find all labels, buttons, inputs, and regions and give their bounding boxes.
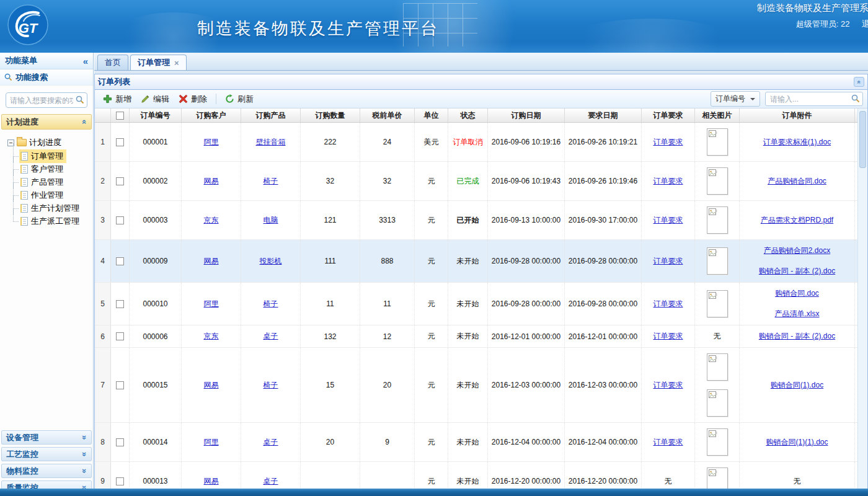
- tree-node[interactable]: 生产派工管理: [19, 215, 82, 228]
- product-link[interactable]: 椅子: [264, 299, 278, 309]
- tree-node[interactable]: 生产计划管理: [19, 202, 82, 215]
- accordion-plan-progress[interactable]: 计划进度 «: [1, 114, 92, 130]
- product-link[interactable]: 壁挂音箱: [256, 137, 286, 148]
- customer-link[interactable]: 京东: [204, 215, 219, 226]
- column-header[interactable]: 订单编号: [130, 108, 182, 122]
- customer-link[interactable]: 阿里: [204, 437, 219, 448]
- row-checkbox[interactable]: [116, 300, 124, 308]
- select-all-header-cell[interactable]: [111, 108, 130, 122]
- column-header[interactable]: 单位: [415, 108, 448, 122]
- attachment-link[interactable]: 购销合同 - 副本 (2).doc: [759, 331, 835, 342]
- column-header[interactable]: 订购客户: [182, 108, 241, 122]
- tree-node[interactable]: 作业管理: [19, 188, 66, 202]
- tab-订单管理[interactable]: 订单管理×: [130, 55, 187, 70]
- add-button[interactable]: 新增: [99, 92, 135, 107]
- customer-link[interactable]: 阿里: [204, 299, 219, 309]
- column-header[interactable]: 税前单价: [360, 108, 415, 122]
- attachment-link[interactable]: 购销合同 - 副本 (2).doc: [759, 266, 835, 277]
- customer-link[interactable]: 网易: [204, 476, 219, 487]
- search-field-dropdown[interactable]: 订单编号: [711, 91, 760, 107]
- order-requirement-link[interactable]: 订单要求: [653, 331, 683, 342]
- customer-link[interactable]: 京东: [204, 331, 219, 342]
- order-requirement-link[interactable]: 订单要求: [653, 176, 683, 187]
- panel-collapse-button[interactable]: «: [854, 77, 864, 87]
- refresh-button[interactable]: 刷新: [221, 92, 257, 107]
- logout-link[interactable]: 退出: [862, 19, 868, 29]
- row-checkbox[interactable]: [116, 477, 124, 485]
- image-thumbnail[interactable]: [707, 389, 728, 417]
- row-checkbox[interactable]: [116, 177, 124, 185]
- tab-close-icon[interactable]: ×: [174, 59, 179, 67]
- order-requirement-link[interactable]: 订单要求: [653, 137, 683, 148]
- product-link[interactable]: 电脑: [264, 215, 278, 226]
- product-link[interactable]: 投影机: [260, 256, 282, 267]
- accordion-工艺监控[interactable]: 工艺监控»: [1, 447, 92, 461]
- image-thumbnail[interactable]: [707, 206, 728, 234]
- row-checkbox[interactable]: [116, 332, 124, 340]
- search-icon[interactable]: [851, 94, 860, 103]
- order-requirement-link[interactable]: 订单要求: [653, 437, 683, 448]
- tree-node[interactable]: 产品管理: [19, 175, 66, 189]
- image-thumbnail[interactable]: [707, 247, 728, 275]
- column-header[interactable]: 订单附件: [740, 108, 855, 122]
- chevrons-up-icon[interactable]: «: [80, 120, 89, 124]
- cell-qty: 32: [301, 162, 360, 200]
- order-search-input[interactable]: [765, 92, 863, 106]
- accordion-物料监控[interactable]: 物料监控»: [1, 464, 92, 478]
- search-icon[interactable]: [76, 95, 84, 104]
- order-requirement-link[interactable]: 订单要求: [653, 215, 683, 226]
- image-thumbnail[interactable]: [707, 353, 728, 381]
- attachment-link[interactable]: 购销合同.doc: [775, 288, 819, 299]
- tree-root-label[interactable]: 计划进度: [29, 137, 61, 148]
- menu-tree: 计划进度 订单管理客户管理产品管理作业管理生产计划管理生产派工管理: [0, 130, 93, 228]
- select-all-checkbox[interactable]: [116, 112, 124, 120]
- row-checkbox[interactable]: [116, 138, 124, 146]
- column-header[interactable]: 状态: [448, 108, 488, 122]
- row-checkbox[interactable]: [116, 257, 124, 265]
- image-thumbnail[interactable]: [707, 167, 728, 195]
- column-header[interactable]: 相关图片: [695, 108, 740, 122]
- image-thumbnail[interactable]: [707, 128, 728, 156]
- scrollbar-thumb[interactable]: [859, 111, 866, 168]
- tree-node[interactable]: 订单管理: [19, 149, 66, 163]
- customer-link[interactable]: 网易: [204, 256, 219, 267]
- row-checkbox[interactable]: [116, 381, 124, 389]
- image-thumbnail[interactable]: [707, 428, 728, 456]
- product-link[interactable]: 桌子: [264, 331, 278, 342]
- attachment-link[interactable]: 产品需求文档PRD.pdf: [761, 215, 833, 226]
- attachment-link[interactable]: 购销合同(1).doc: [771, 380, 823, 391]
- edit-button[interactable]: 编辑: [137, 92, 173, 107]
- vertical-scrollbar[interactable]: [857, 108, 867, 495]
- order-requirement-link[interactable]: 订单要求: [653, 256, 683, 267]
- attachment-link[interactable]: 产品购销合同2.docx: [764, 246, 830, 256]
- row-checkbox[interactable]: [116, 438, 124, 446]
- column-header[interactable]: 要求日期: [565, 108, 642, 122]
- column-header[interactable]: 订购数量: [301, 108, 360, 122]
- tree-node-label: 产品管理: [31, 177, 63, 188]
- row-checkbox[interactable]: [116, 216, 124, 224]
- attachment-link[interactable]: 产品清单.xlsx: [775, 309, 820, 319]
- customer-link[interactable]: 阿里: [204, 137, 219, 148]
- customer-link[interactable]: 网易: [204, 380, 219, 391]
- column-header[interactable]: 订单要求: [642, 108, 695, 122]
- product-link[interactable]: 桌子: [264, 476, 278, 487]
- sidebar-collapse-icon[interactable]: «: [83, 56, 88, 66]
- attachment-link[interactable]: 产品购销合同.doc: [768, 176, 826, 187]
- product-link[interactable]: 桌子: [264, 437, 278, 448]
- tab-首页[interactable]: 首页: [97, 55, 128, 70]
- column-header[interactable]: 订购产品: [241, 108, 301, 122]
- delete-button[interactable]: 删除: [175, 92, 211, 107]
- attachment-link[interactable]: 购销合同(1)(1).doc: [766, 437, 828, 448]
- product-link[interactable]: 椅子: [264, 176, 278, 187]
- tree-node[interactable]: 客户管理: [19, 162, 66, 176]
- order-requirement-link[interactable]: 订单要求: [653, 380, 683, 391]
- column-header[interactable]: 订购日期: [488, 108, 565, 122]
- product-link[interactable]: 椅子: [264, 380, 278, 391]
- customer-link[interactable]: 网易: [204, 176, 219, 187]
- row-number-cell: 3: [95, 201, 111, 239]
- attachment-link[interactable]: 订单要求标准(1).doc: [763, 137, 831, 148]
- image-thumbnail[interactable]: [707, 290, 728, 317]
- accordion-设备管理[interactable]: 设备管理»: [1, 430, 92, 445]
- column-header[interactable]: [95, 108, 111, 122]
- order-requirement-link[interactable]: 订单要求: [653, 299, 683, 309]
